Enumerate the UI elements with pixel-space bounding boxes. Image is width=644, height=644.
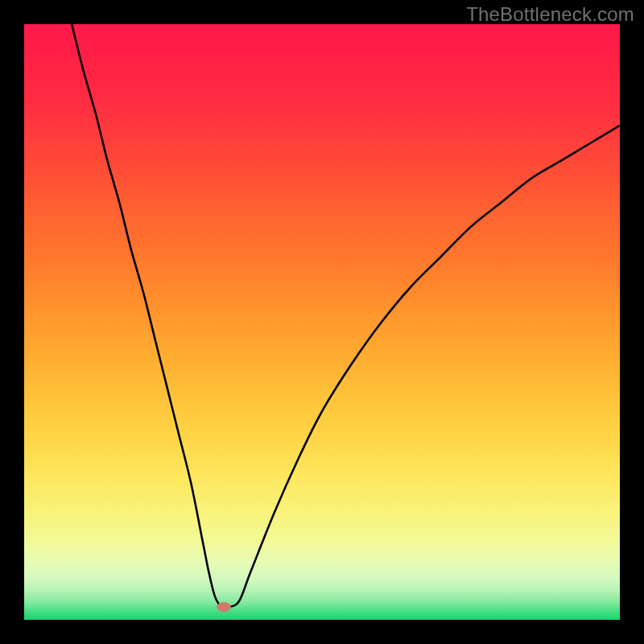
- optimal-point-marker: [217, 602, 231, 612]
- chart-frame: TheBottleneck.com: [0, 0, 644, 644]
- watermark-text: TheBottleneck.com: [466, 3, 634, 26]
- plot-area: [24, 24, 620, 620]
- bottleneck-curve: [24, 24, 620, 620]
